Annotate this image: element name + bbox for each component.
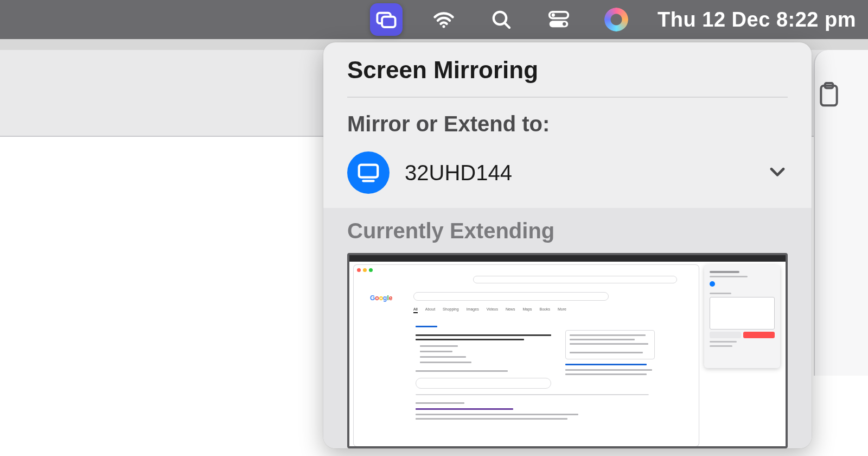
screen-mirroring-panel: Screen Mirroring Mirror or Extend to: 32… xyxy=(323,42,812,448)
svg-point-8 xyxy=(552,14,555,17)
display-icon xyxy=(347,151,390,194)
wifi-menubar-icon[interactable] xyxy=(427,3,460,36)
screen-mirroring-menubar-icon[interactable] xyxy=(370,3,403,36)
system-menubar: Thu 12 Dec 8:22 pm xyxy=(0,0,868,39)
currently-extending-label: Currently Extending xyxy=(347,219,788,243)
divider xyxy=(347,97,788,98)
menubar-clock[interactable]: Thu 12 Dec 8:22 pm xyxy=(658,8,856,31)
desktop-preview-thumbnail[interactable]: Google AllAboutShoppingImagesVideosNewsM… xyxy=(347,253,788,448)
svg-line-6 xyxy=(505,23,509,28)
third-party-app-icon[interactable] xyxy=(600,3,633,36)
currently-extending-section: Currently Extending Google AllAboutShopp… xyxy=(323,208,812,448)
svg-rect-3 xyxy=(382,17,395,27)
mirror-extend-label: Mirror or Extend to: xyxy=(347,112,788,136)
menubar-clock-text: Thu 12 Dec 8:22 pm xyxy=(658,8,856,31)
svg-point-4 xyxy=(443,25,445,28)
svg-point-10 xyxy=(563,22,566,26)
chevron-down-icon[interactable] xyxy=(767,161,788,184)
display-device-row[interactable]: 32UHD144 xyxy=(347,148,788,208)
clipboard-icon xyxy=(817,81,841,112)
spotlight-search-icon[interactable] xyxy=(485,3,518,36)
control-center-icon[interactable] xyxy=(542,3,575,36)
panel-title: Screen Mirroring xyxy=(347,56,788,84)
display-device-name: 32UHD144 xyxy=(405,161,752,185)
svg-rect-11 xyxy=(359,165,378,178)
